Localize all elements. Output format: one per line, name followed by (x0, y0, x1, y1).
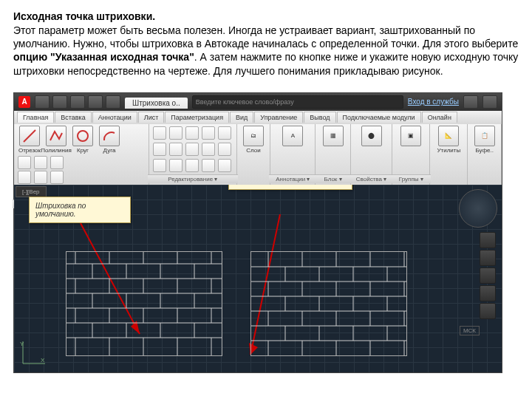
wcs-label[interactable]: МСК (460, 326, 480, 335)
modify-icon[interactable] (153, 143, 166, 156)
tab-home[interactable]: Главная (17, 112, 54, 123)
nav-orbit-icon[interactable] (480, 285, 496, 301)
tab-manage[interactable]: Управление (254, 112, 303, 123)
properties-button[interactable]: ⬤ (359, 126, 384, 146)
modify-icon[interactable] (202, 159, 215, 172)
clipboard-icon: 📋 (474, 126, 495, 146)
exchange-icon[interactable] (463, 95, 478, 109)
modify-icon[interactable] (153, 159, 166, 172)
modify-icon[interactable] (218, 143, 231, 156)
tab-online[interactable]: Онлайн (422, 112, 457, 123)
qat-open-icon[interactable] (52, 95, 67, 109)
clipboard-button[interactable]: 📋Буфе.. (472, 126, 497, 154)
app-logo-icon[interactable]: A (18, 96, 30, 108)
nav-zoom-icon[interactable] (480, 267, 496, 284)
utilities-button[interactable]: 📐Утилиты (436, 126, 461, 154)
tab-insert[interactable]: Вставка (55, 112, 91, 123)
polyline-button[interactable]: Полилиния (44, 126, 69, 154)
modify-icon[interactable] (218, 159, 231, 172)
layers-button[interactable]: 🗂Слои (241, 126, 266, 154)
qat-undo-icon[interactable] (88, 95, 103, 109)
tab-view[interactable]: Вид (230, 112, 253, 123)
block-button[interactable]: ▦ (321, 126, 346, 146)
groups-button[interactable]: ▣ (398, 126, 423, 146)
search-input[interactable]: Введите ключевое слово/фразу (192, 95, 403, 109)
callout-right: Штриховка начинается с указанной исходно… (228, 185, 352, 190)
label: Полилиния (41, 147, 72, 154)
panel-label[interactable]: Блок ▾ (314, 174, 351, 183)
modify-icon[interactable] (169, 159, 183, 172)
group-icon: ▣ (400, 126, 421, 146)
nav-wheel-icon[interactable] (480, 232, 496, 248)
svg-text:Y: Y (20, 341, 24, 347)
modify-icon[interactable] (153, 126, 166, 140)
draw-small-icon[interactable] (50, 171, 64, 184)
label: Отрезок (18, 147, 41, 154)
text-bold: опцию "Указанная исходная точка" (13, 51, 194, 63)
arc-button[interactable]: Дуга (97, 126, 122, 154)
svg-text:X: X (41, 357, 45, 364)
panel-draw: Отрезок Полилиния Круг Дуга Рисование ▾ (14, 124, 149, 185)
draw-small-icon[interactable] (18, 171, 31, 184)
tab-annotate[interactable]: Аннотации (92, 112, 137, 123)
navigation-bar (480, 232, 496, 319)
callout-left: Штриховка по умолчанию. (29, 197, 131, 223)
draw-small-icon[interactable] (50, 156, 64, 169)
modify-icon[interactable] (202, 126, 215, 140)
label: Дуга (103, 147, 116, 154)
help-icon[interactable] (482, 95, 497, 109)
measure-icon: 📐 (438, 126, 459, 146)
doc-paragraph: Этот параметр может быть весьма полезен.… (13, 24, 519, 78)
sign-in-link[interactable]: Вход в службы (408, 98, 459, 106)
panel-block: ▦ Блок ▾ (316, 124, 350, 185)
modify-icon[interactable] (185, 126, 199, 140)
title-bar: A Штриховка o.. Введите ключевое слово/ф… (14, 93, 502, 111)
modify-icon[interactable] (185, 143, 199, 156)
modify-icon[interactable] (169, 143, 183, 156)
svg-point-1 (78, 131, 88, 141)
panel-annotation: A Аннотации ▾ (270, 124, 316, 185)
modify-icon[interactable] (185, 159, 199, 172)
view-cube[interactable] (459, 189, 497, 228)
label: Буфе.. (475, 147, 493, 154)
qat-save-icon[interactable] (70, 95, 85, 109)
draw-small-icon[interactable] (34, 171, 47, 184)
svg-line-0 (24, 130, 35, 142)
hatch-sample-default (66, 251, 222, 356)
nav-showmotion-icon[interactable] (480, 303, 496, 319)
doc-title: Исходная точка штриховки. (13, 10, 519, 22)
ribbon: Отрезок Полилиния Круг Дуга Рисование ▾ … (14, 124, 502, 185)
draw-small-icon[interactable] (18, 156, 31, 169)
drawing-canvas[interactable]: [-][Вер Штриховка по умолчанию. Штриховк… (14, 185, 502, 372)
panel-label[interactable]: Аннотации ▾ (269, 174, 316, 183)
panel-modify: Редактирование ▾ (149, 124, 237, 185)
panel-label[interactable]: Свойства ▾ (349, 174, 394, 183)
panel-utilities: 📐Утилиты (430, 124, 468, 185)
tab-parametric[interactable]: Параметризация (165, 112, 229, 123)
modify-icon[interactable] (169, 126, 183, 140)
panel-label[interactable]: Группы ▾ (391, 174, 431, 183)
annotation-button[interactable]: A (280, 126, 305, 146)
modify-icon[interactable] (202, 143, 215, 156)
qat-new-icon[interactable] (35, 95, 50, 109)
line-button[interactable]: Отрезок (17, 126, 42, 154)
circle-button[interactable]: Круг (70, 126, 95, 154)
autocad-screenshot: A Штриховка o.. Введите ключевое слово/ф… (13, 92, 502, 373)
label: Утилиты (437, 147, 460, 154)
panel-label[interactable]: Редактирование ▾ (148, 174, 238, 183)
nav-pan-icon[interactable] (480, 250, 496, 266)
panel-groups: ▣ Группы ▾ (392, 124, 430, 185)
qat-redo-icon[interactable] (106, 95, 120, 109)
panel-clipboard: 📋Буфе.. (468, 124, 502, 185)
document-tab[interactable]: Штриховка o.. (125, 98, 188, 109)
layers-icon: 🗂 (243, 126, 264, 146)
properties-icon: ⬤ (361, 126, 382, 146)
draw-small-icon[interactable] (34, 156, 47, 169)
modify-icon[interactable] (218, 126, 231, 140)
tab-layout[interactable]: Лист (138, 112, 165, 123)
tab-output[interactable]: Вывод (304, 112, 335, 123)
panel-layers: 🗂Слои (237, 124, 271, 185)
hatch-sample-origin (250, 251, 407, 356)
tab-plugins[interactable]: Подключаемые модули (337, 112, 421, 123)
viewport-label[interactable]: [-][Вер (16, 186, 47, 197)
